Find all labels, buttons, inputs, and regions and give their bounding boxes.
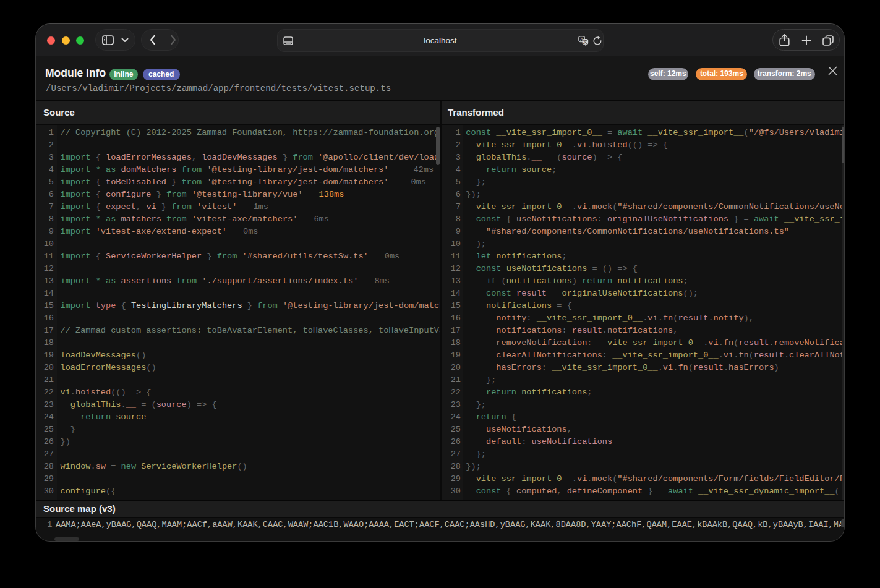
svg-text:文: 文 xyxy=(583,39,588,45)
